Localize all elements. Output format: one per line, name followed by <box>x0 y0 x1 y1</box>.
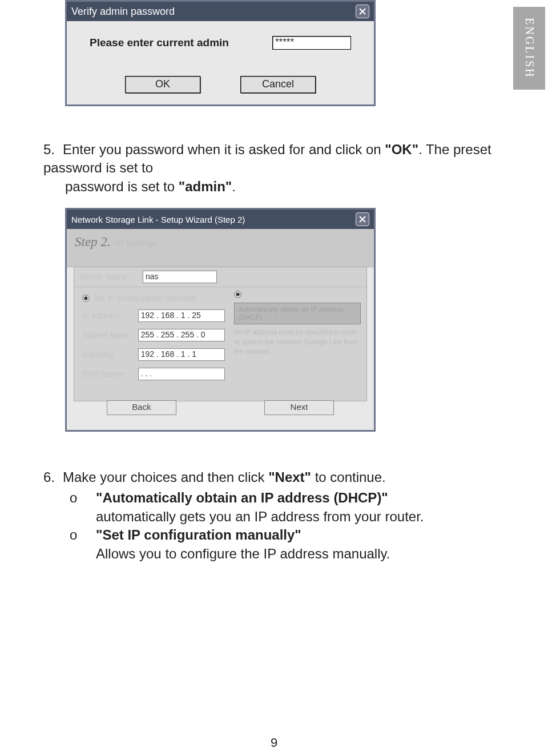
ip-label: IP Address <box>82 311 138 320</box>
step-header: Step 2. IP Settings <box>67 229 374 267</box>
manual-radio[interactable] <box>82 295 90 302</box>
mask-label: Subnet Mask <box>82 331 138 340</box>
server-name-input[interactable]: nas <box>143 271 217 283</box>
step5-num: 5. <box>43 140 63 159</box>
page-number: 9 <box>0 735 548 750</box>
dns-input[interactable]: . . . <box>138 368 225 380</box>
dialog-title: Network Storage Link - Setup Wizard (Ste… <box>71 215 245 224</box>
password-input[interactable]: ***** <box>272 36 351 50</box>
close-icon[interactable] <box>356 5 369 18</box>
setup-wizard-dialog: Network Storage Link - Setup Wizard (Ste… <box>65 208 376 432</box>
next-button[interactable]: Next <box>264 400 334 415</box>
step6-num: 6. <box>43 468 63 486</box>
dhcp-note: An IP address must be specified in order… <box>234 328 361 356</box>
step5-text: 5.Enter you password when it is asked fo… <box>43 140 500 196</box>
server-name-label: Server Name <box>80 272 143 282</box>
verify-password-dialog: Verify admin password Please enter curre… <box>65 0 376 106</box>
ip-input[interactable]: 192 . 168 . 1 . 25 <box>138 309 225 322</box>
gateway-label: Gateway <box>82 350 138 359</box>
dns-label: DNS Server <box>82 369 138 379</box>
language-tab: ENGLISH <box>513 7 545 90</box>
back-button[interactable]: Back <box>107 400 176 415</box>
dialog-titlebar: Verify admin password <box>67 2 374 21</box>
prompt-label: Please enter current admin <box>90 37 229 49</box>
manual-radio-label: Set IP configuration manually <box>93 293 197 303</box>
ok-button[interactable]: OK <box>125 76 200 93</box>
gateway-input[interactable]: 192 . 168 . 1 . 1 <box>138 348 225 361</box>
dhcp-radio[interactable] <box>234 291 241 298</box>
cancel-button[interactable]: Cancel <box>240 76 316 93</box>
step6-text: 6.Make your choices and then click "Next… <box>43 468 511 563</box>
dialog-title: Verify admin password <box>71 6 175 18</box>
mask-input[interactable]: 255 . 255 . 255 . 0 <box>138 329 225 341</box>
dhcp-option[interactable]: Automatically obtain an IP address (DHCP… <box>234 303 361 324</box>
dialog-titlebar: Network Storage Link - Setup Wizard (Ste… <box>67 210 374 229</box>
close-icon[interactable] <box>356 212 369 226</box>
